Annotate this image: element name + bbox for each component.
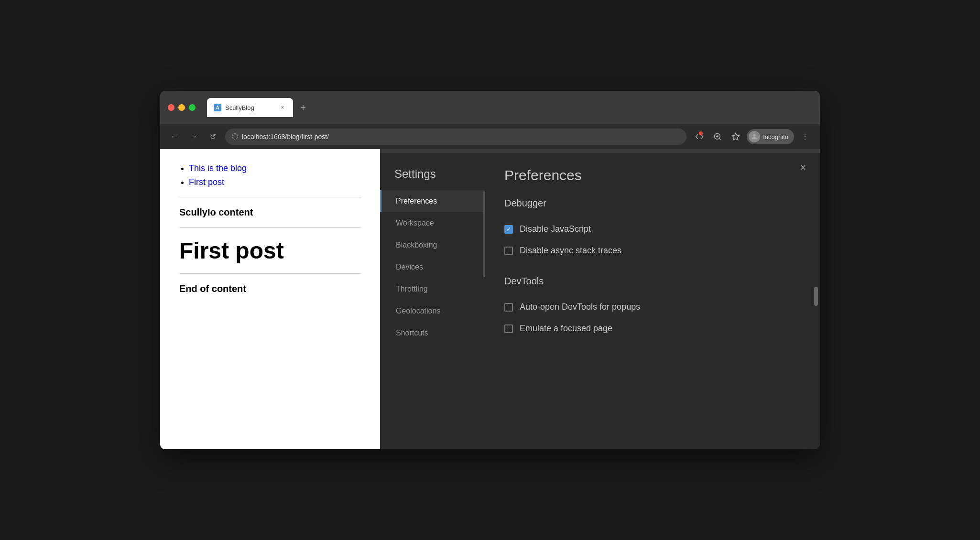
devtools-panel: Settings Preferences Workspace Blackboxi… xyxy=(380,149,820,449)
traffic-lights xyxy=(168,104,196,111)
devtools-body: Settings Preferences Workspace Blackboxi… xyxy=(380,153,820,449)
auto-open-label: Auto-open DevTools for popups xyxy=(520,302,640,312)
title-bar: A ScullyBlog × + xyxy=(160,91,820,124)
devtools-section: DevTools Auto-open DevTools for popups E… xyxy=(504,276,801,339)
new-tab-button[interactable]: + xyxy=(296,100,310,115)
auto-open-item: Auto-open DevTools for popups xyxy=(504,296,801,318)
browser-window: A ScullyBlog × + ← → ↺ ⓘ localhost:1668/… xyxy=(160,91,820,449)
code-icon[interactable] xyxy=(692,130,707,144)
disable-js-checkbox[interactable] xyxy=(504,225,513,234)
tab-bar: A ScullyBlog × + xyxy=(207,98,812,117)
nav-list-item: First post xyxy=(189,177,361,187)
svg-line-1 xyxy=(719,138,721,140)
menu-icon[interactable] xyxy=(798,130,812,144)
end-text: End of content xyxy=(179,283,361,294)
incognito-avatar xyxy=(749,131,760,142)
devtools-section-title: DevTools xyxy=(504,276,801,287)
close-traffic-light[interactable] xyxy=(168,104,174,111)
disable-async-label: Disable async stack traces xyxy=(520,246,621,256)
preferences-title: Preferences xyxy=(504,167,801,184)
webpage: This is the blog First post ScullyIo con… xyxy=(160,149,380,449)
sidebar-item-throttling[interactable]: Throttling xyxy=(380,278,485,300)
tab-favicon: A xyxy=(214,104,221,111)
incognito-label: Incognito xyxy=(763,133,788,140)
address-text: localhost:1668/blog/first-post/ xyxy=(242,133,329,140)
debugger-section-title: Debugger xyxy=(504,198,801,209)
sidebar-item-preferences[interactable]: Preferences xyxy=(380,190,485,212)
section-title: ScullyIo content xyxy=(179,207,361,218)
address-input-wrapper[interactable]: ⓘ localhost:1668/blog/first-post/ xyxy=(225,129,686,145)
sidebar-item-geolocations[interactable]: Geolocations xyxy=(380,300,485,322)
sidebar-item-workspace[interactable]: Workspace xyxy=(380,212,485,234)
forward-button[interactable]: → xyxy=(187,130,200,143)
nav-list: This is the blog First post xyxy=(189,163,361,187)
disable-async-checkbox[interactable] xyxy=(504,247,513,255)
toolbar-right: Incognito xyxy=(692,129,812,144)
svg-point-8 xyxy=(805,139,806,140)
incognito-button[interactable]: Incognito xyxy=(747,129,794,144)
browser-content: This is the blog First post ScullyIo con… xyxy=(160,149,820,449)
tab-title: ScullyBlog xyxy=(225,104,275,111)
disable-js-label: Disable JavaScript xyxy=(520,224,591,234)
emulate-focused-item: Emulate a focused page xyxy=(504,318,801,339)
settings-scrollbar-thumb xyxy=(814,287,818,306)
sidebar-item-devices[interactable]: Devices xyxy=(380,256,485,278)
settings-header: Settings xyxy=(380,162,485,190)
nav-list-item: This is the blog xyxy=(189,163,361,173)
svg-point-6 xyxy=(805,134,806,135)
disable-js-item: Disable JavaScript xyxy=(504,218,801,240)
settings-scrollbar[interactable] xyxy=(814,172,818,306)
minimize-traffic-light[interactable] xyxy=(178,104,185,111)
divider-2 xyxy=(179,227,361,228)
page-title: First post xyxy=(179,238,361,264)
disable-async-item: Disable async stack traces xyxy=(504,240,801,261)
emulate-focused-checkbox[interactable] xyxy=(504,324,513,333)
address-bar: ← → ↺ ⓘ localhost:1668/blog/first-post/ xyxy=(160,124,820,149)
settings-close-button[interactable]: × xyxy=(796,161,810,175)
maximize-traffic-light[interactable] xyxy=(189,104,196,111)
tab-close-button[interactable]: × xyxy=(279,104,286,111)
back-button[interactable]: ← xyxy=(168,130,181,143)
devtools-top-bar xyxy=(380,149,820,153)
active-tab[interactable]: A ScullyBlog × xyxy=(207,98,293,117)
svg-point-5 xyxy=(753,134,756,137)
divider-3 xyxy=(179,273,361,274)
blog-link[interactable]: This is the blog xyxy=(189,163,247,173)
zoom-icon[interactable] xyxy=(710,130,725,144)
lock-icon: ⓘ xyxy=(232,132,238,141)
sidebar-item-shortcuts[interactable]: Shortcuts xyxy=(380,322,485,344)
emulate-focused-label: Emulate a focused page xyxy=(520,324,612,334)
svg-marker-4 xyxy=(732,133,740,140)
auto-open-checkbox[interactable] xyxy=(504,303,513,312)
settings-content: × Preferences Debugger Disable JavaScrip… xyxy=(485,153,820,449)
settings-sidebar: Settings Preferences Workspace Blackboxi… xyxy=(380,153,485,449)
first-post-link[interactable]: First post xyxy=(189,177,224,187)
refresh-button[interactable]: ↺ xyxy=(206,130,219,143)
debugger-section: Debugger Disable JavaScript Disable asyn… xyxy=(504,198,801,261)
star-icon[interactable] xyxy=(729,130,743,144)
svg-point-7 xyxy=(805,136,806,137)
sidebar-item-blackboxing[interactable]: Blackboxing xyxy=(380,234,485,256)
divider-1 xyxy=(179,197,361,197)
